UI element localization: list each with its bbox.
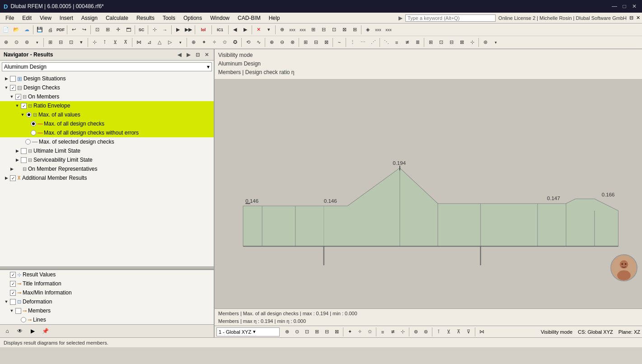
bt-icon8[interactable]: ✧ xyxy=(355,327,364,336)
menu-options[interactable]: Options xyxy=(180,14,206,22)
move-btn[interactable]: ✛ xyxy=(113,25,123,35)
menu-edit[interactable]: Edit xyxy=(19,14,35,22)
lol-btn[interactable]: lol xyxy=(197,25,210,35)
bt-icon1[interactable]: ⊕ xyxy=(282,327,291,336)
pdf-btn[interactable]: PDF xyxy=(56,25,66,35)
menu-calculate[interactable]: Calculate xyxy=(102,14,132,22)
tb2-15[interactable]: △ xyxy=(155,37,164,47)
render2-btn[interactable]: xxx xyxy=(373,25,383,35)
expand-ultimate[interactable]: ▶ xyxy=(14,148,20,154)
tb2-10[interactable]: ⊺ xyxy=(100,37,110,47)
tb2-44[interactable]: ⊛ xyxy=(480,37,490,47)
bt-icon14[interactable]: ⊚ xyxy=(421,327,430,336)
tb2-45[interactable]: ▾ xyxy=(491,37,501,47)
checkbox-ultimate[interactable] xyxy=(21,148,27,154)
radio-max-selected[interactable] xyxy=(25,139,31,145)
menu-insert[interactable]: Insert xyxy=(56,14,77,22)
navigator-header-controls[interactable]: ◀ ▶ ⊡ ✕ xyxy=(176,51,210,58)
coord-system-dropdown[interactable]: 1 - Global XYZ ▾ xyxy=(216,327,280,336)
radio-lines-sub[interactable] xyxy=(21,317,26,322)
menu-help[interactable]: Help xyxy=(265,14,284,22)
tb2-27[interactable]: ⊗ xyxy=(287,37,297,47)
tb2-20[interactable]: ✧ xyxy=(209,37,219,47)
menu-assign[interactable]: Assign xyxy=(78,14,101,22)
tree-item-max-selected[interactable]: — Max. of selected design checks xyxy=(0,137,214,146)
checkbox-members-sub[interactable] xyxy=(15,308,21,314)
tb2-18[interactable]: ⊕ xyxy=(188,37,198,47)
checkbox-title-info[interactable] xyxy=(10,281,16,287)
expand-max-all-values[interactable]: ▼ xyxy=(20,112,25,117)
bt-icon10[interactable]: ≡ xyxy=(378,327,387,336)
nav-icon-video[interactable]: ▶ xyxy=(27,326,38,336)
tb2-2[interactable]: ⊙ xyxy=(11,37,21,47)
select2-btn[interactable]: ⊞ xyxy=(103,25,112,35)
expand-deformation[interactable]: ▼ xyxy=(4,299,9,304)
render-btn[interactable]: ◈ xyxy=(363,25,373,35)
tb2-22[interactable]: ✪ xyxy=(230,37,240,47)
nav-prev[interactable]: ◀ xyxy=(230,25,240,35)
print-btn[interactable]: 🖨 xyxy=(45,25,55,35)
expand-on-members[interactable]: ▼ xyxy=(9,94,14,99)
tree-item-design-checks[interactable]: ▼ ⊟ Design Checks xyxy=(0,83,214,92)
tb2-13[interactable]: ⋈ xyxy=(134,37,144,47)
checkbox-serviceability[interactable] xyxy=(21,157,27,163)
cloud-btn[interactable]: ☁ xyxy=(22,25,32,35)
tree-item-result-values[interactable]: ⊹ Result Values xyxy=(0,270,214,279)
tb2-24[interactable]: ∿ xyxy=(253,37,263,47)
tb2-42[interactable]: ⊠ xyxy=(457,37,467,47)
nav-icon-pin[interactable]: 📌 xyxy=(40,326,51,336)
model-btn[interactable]: 🗔 xyxy=(123,25,133,35)
drop-btn[interactable]: ▾ xyxy=(264,25,274,35)
checkbox-maxmin-info[interactable] xyxy=(10,290,16,296)
tb2-43[interactable]: ⊹ xyxy=(467,37,477,47)
tb2-14[interactable]: ⊿ xyxy=(144,37,154,47)
tb2-41[interactable]: ⊟ xyxy=(446,37,456,47)
tb2-7[interactable]: ⊡ xyxy=(66,37,76,47)
tb2-21[interactable]: ✩ xyxy=(220,37,230,47)
menu-view[interactable]: View xyxy=(36,14,55,22)
tb2-36[interactable]: ≡ xyxy=(392,37,402,47)
tb2-3[interactable]: ⊚ xyxy=(22,37,32,47)
arrow-btn[interactable]: → xyxy=(160,25,170,35)
tree-item-max-no-errors[interactable]: — Max. of all design checks without erro… xyxy=(0,128,214,137)
tree-item-deformation[interactable]: ▼ ⊡ Deformation xyxy=(0,297,214,306)
bt-icon7[interactable]: ✦ xyxy=(345,327,354,336)
new-btn[interactable]: 📄 xyxy=(1,25,11,35)
tb2-23[interactable]: ⟲ xyxy=(243,37,253,47)
tb2-19[interactable]: ✦ xyxy=(199,37,209,47)
menu-results[interactable]: Results xyxy=(133,14,158,22)
nav-next-btn[interactable]: ▶ xyxy=(185,51,192,58)
tree-item-max-all-values[interactable]: ▼ ⊟ Max. of all values xyxy=(0,110,214,119)
expand-on-member-reps[interactable]: ▶ xyxy=(9,166,14,172)
tb2-5[interactable]: ⊞ xyxy=(45,37,55,47)
tree-item-serviceability[interactable]: ▶ ⊟ Serviceability Limit State xyxy=(0,155,214,164)
bt-icon13[interactable]: ⊛ xyxy=(411,327,420,336)
tb2-16[interactable]: ▷ xyxy=(165,37,175,47)
close-button[interactable]: ✕ xyxy=(630,2,638,10)
tb2-8[interactable]: ▾ xyxy=(76,37,86,47)
aluminum-design-dropdown[interactable]: Aluminum Design ▾ xyxy=(2,62,212,71)
run3-btn[interactable]: ▶▶ xyxy=(183,25,193,35)
tb2-4[interactable]: ▾ xyxy=(32,37,42,47)
tree-item-ultimate[interactable]: ▶ ⊟ Ultimate Limit State xyxy=(0,146,214,155)
tb2-32[interactable]: ⋮ xyxy=(347,37,357,47)
tb2-33[interactable]: ⋯ xyxy=(358,37,368,47)
bt-icon3[interactable]: ⊡ xyxy=(302,327,311,336)
radio-max-no-errors[interactable] xyxy=(31,130,36,135)
menu-tools[interactable]: Tools xyxy=(159,14,179,22)
snap-btn[interactable]: ⊕ xyxy=(277,25,287,35)
minimize-panel-icon[interactable]: ⊟ xyxy=(629,15,633,21)
sc-btn[interactable]: SC xyxy=(136,25,146,35)
expand-max-all-design[interactable] xyxy=(25,121,30,126)
bt-icon4[interactable]: ⊞ xyxy=(312,327,321,336)
bt-icon16[interactable]: ⊻ xyxy=(444,327,453,336)
tb2-40[interactable]: ⊡ xyxy=(436,37,446,47)
tree-item-on-members[interactable]: ▼ ⊟ On Members xyxy=(0,92,214,101)
tb2-35[interactable]: ⋱ xyxy=(381,37,391,47)
titlebar-controls[interactable]: — □ ✕ xyxy=(610,2,638,10)
expand-members-sub[interactable]: ▼ xyxy=(9,308,14,313)
bt-icon5[interactable]: ⊟ xyxy=(322,327,331,336)
tb2-30[interactable]: ⊠ xyxy=(321,37,331,47)
tree-item-ratio-envelope[interactable]: ▼ ⊟ Ratio Envelope xyxy=(0,101,214,110)
tb2-37[interactable]: ≢ xyxy=(402,37,412,47)
